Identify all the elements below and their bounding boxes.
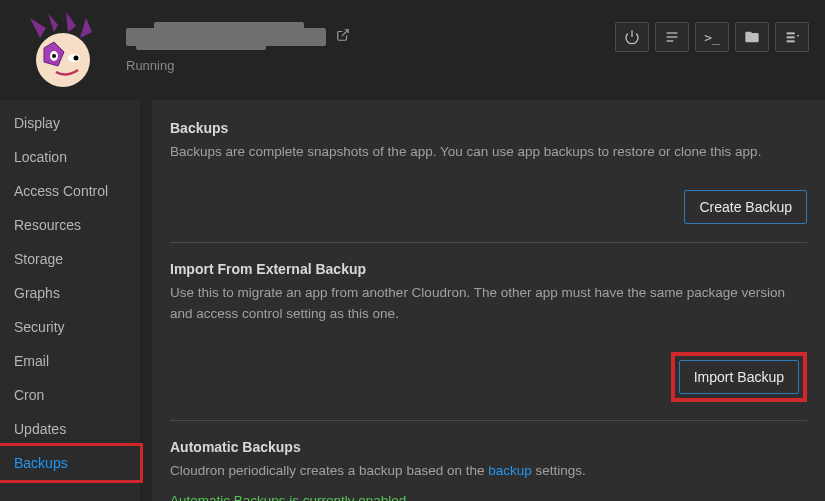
- svg-point-7: [52, 54, 56, 58]
- sidebar-item-email[interactable]: Email: [0, 344, 140, 378]
- sidebar-item-storage[interactable]: Storage: [0, 242, 140, 276]
- svg-rect-15: [787, 32, 795, 34]
- app-status: Running: [126, 58, 615, 73]
- sidebar-item-resources[interactable]: Resources: [0, 208, 140, 242]
- import-section: Import From External Backup Use this to …: [170, 261, 807, 402]
- topbar: Running >_: [0, 0, 825, 100]
- svg-marker-2: [66, 12, 76, 32]
- svg-point-9: [74, 56, 79, 61]
- import-button-highlight: Import Backup: [671, 352, 807, 402]
- svg-rect-16: [787, 36, 795, 38]
- sidebar-item-security[interactable]: Security: [0, 310, 140, 344]
- logs-button[interactable]: [655, 22, 689, 52]
- auto-section: Automatic Backups Cloudron periodically …: [170, 439, 807, 501]
- files-button[interactable]: [735, 22, 769, 52]
- sidebar-item-location[interactable]: Location: [0, 140, 140, 174]
- app-avatar: [16, 10, 106, 90]
- divider: [170, 420, 807, 421]
- more-menu-button[interactable]: [775, 22, 809, 52]
- app-name-redacted: [126, 28, 326, 46]
- auto-enabled-text: Automatic Backups is currently enabled.: [170, 491, 807, 501]
- external-link-icon[interactable]: [336, 28, 350, 45]
- svg-rect-17: [787, 40, 795, 42]
- backups-section: Backups Backups are complete snapshots o…: [170, 120, 807, 224]
- auto-desc-pre: Cloudron periodically creates a backup b…: [170, 463, 488, 478]
- svg-marker-1: [48, 13, 58, 32]
- sidebar: Display Location Access Control Resource…: [0, 100, 140, 501]
- import-desc: Use this to migrate an app from another …: [170, 283, 807, 324]
- sidebar-item-access-control[interactable]: Access Control: [0, 174, 140, 208]
- content: Backups Backups are complete snapshots o…: [152, 100, 825, 501]
- svg-marker-0: [30, 18, 46, 38]
- body: Display Location Access Control Resource…: [0, 100, 825, 501]
- backups-title: Backups: [170, 120, 807, 136]
- import-title: Import From External Backup: [170, 261, 807, 277]
- title-area: Running: [126, 28, 615, 73]
- svg-marker-18: [797, 35, 800, 37]
- svg-line-10: [342, 30, 348, 36]
- toolbar: >_: [615, 22, 809, 52]
- sidebar-item-updates[interactable]: Updates: [0, 412, 140, 446]
- backups-desc: Backups are complete snapshots of the ap…: [170, 142, 807, 162]
- terminal-button[interactable]: >_: [695, 22, 729, 52]
- import-backup-button[interactable]: Import Backup: [679, 360, 799, 394]
- auto-desc-post: settings.: [532, 463, 586, 478]
- svg-marker-3: [80, 18, 92, 38]
- sidebar-item-cron[interactable]: Cron: [0, 378, 140, 412]
- power-button[interactable]: [615, 22, 649, 52]
- sidebar-item-backups[interactable]: Backups: [0, 443, 143, 483]
- divider: [170, 242, 807, 243]
- create-backup-button[interactable]: Create Backup: [684, 190, 807, 224]
- auto-desc: Cloudron periodically creates a backup b…: [170, 461, 807, 481]
- sidebar-item-display[interactable]: Display: [0, 106, 140, 140]
- auto-title: Automatic Backups: [170, 439, 807, 455]
- backup-settings-link[interactable]: backup: [488, 463, 532, 478]
- sidebar-item-graphs[interactable]: Graphs: [0, 276, 140, 310]
